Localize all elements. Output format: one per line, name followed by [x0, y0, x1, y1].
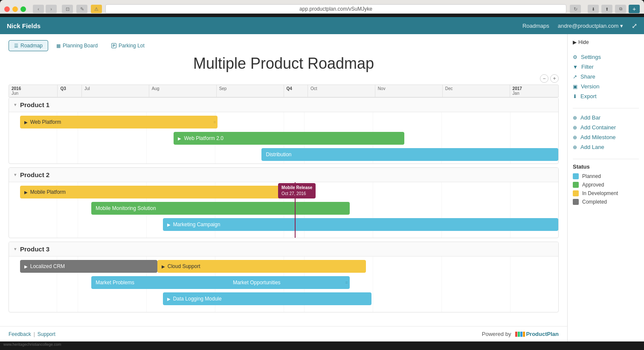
add-lane-icon: ⊕: [573, 144, 577, 150]
brand-logo-text: ProductPlan: [526, 331, 559, 337]
bar-label: Localized CRM: [30, 263, 65, 269]
add-container-button[interactable]: ⊕ Add Container: [573, 122, 639, 132]
product-3-collapse[interactable]: ▾: [14, 246, 17, 252]
bar-localized-crm[interactable]: ▶ Localized CRM: [20, 260, 157, 273]
alert-button[interactable]: ⚠: [91, 5, 102, 13]
tab-planning-board[interactable]: ▦ Planning Board: [51, 40, 103, 51]
support-link[interactable]: Support: [38, 331, 55, 337]
filter-icon: ▼: [573, 64, 578, 70]
bar-market-opportunities[interactable]: Market Opportunities =: [229, 276, 349, 289]
nav-buttons: ‹ ›: [33, 5, 57, 13]
minimize-button[interactable]: [12, 6, 18, 12]
add-milestone-button[interactable]: ⊕ Add Milestone: [573, 132, 639, 142]
bar-label: Web Platform 2.0: [184, 135, 223, 141]
download-button[interactable]: ⬇: [588, 5, 599, 13]
bar-marketing-campaign[interactable]: ▶ Marketing Campaign: [163, 218, 558, 231]
product-3-container: ▾ Product 3: [9, 242, 559, 312]
content-area: ☰ Roadmap ▦ Planning Board P Parking Lot…: [0, 34, 567, 341]
sidebar-settings[interactable]: ⚙ Settings: [573, 52, 639, 62]
add-bar-label: Add Bar: [580, 114, 600, 121]
share-icon: ↗: [573, 74, 577, 80]
zoom-out-button[interactable]: −: [540, 74, 548, 83]
brand-name: Nick Fields: [7, 22, 41, 29]
status-planned: Planned: [573, 173, 639, 179]
expand-icon: ▶: [162, 264, 165, 269]
sidebar-export[interactable]: ⬇ Export: [573, 91, 639, 101]
add-milestone-label: Add Milestone: [580, 134, 615, 140]
bar-distribution[interactable]: Distribution: [261, 148, 558, 161]
back-button[interactable]: ‹: [33, 5, 44, 13]
tab-roadmap[interactable]: ☰ Roadmap: [9, 40, 48, 51]
bar-web-platform-2[interactable]: ▶ Web Platform 2.0: [174, 132, 404, 145]
add-lane-button[interactable]: ⊕ Add Lane: [573, 142, 639, 152]
product-3-gantt: ▶ Localized CRM ▶ Cloud Support Market P…: [9, 257, 558, 312]
approved-label: Approved: [582, 182, 604, 188]
export-icon: ⬇: [573, 93, 577, 99]
product-3-header: ▾ Product 3: [9, 242, 558, 257]
resize-handle[interactable]: =: [345, 280, 348, 285]
add-bar-icon: ⊕: [573, 115, 577, 121]
milestone-mobile-release: Mobile Release Oct 27, 2016: [278, 183, 316, 198]
close-button[interactable]: [4, 6, 10, 12]
milestone-label: Mobile Release: [281, 185, 312, 191]
product-1-container: ▾ Product 1: [9, 97, 559, 164]
footer-brand: Powered by ProductPlan: [482, 331, 559, 337]
share-button[interactable]: ⬆: [601, 5, 612, 13]
version-label: Version: [581, 83, 599, 90]
product-2-container: ▾ Product 2: [9, 167, 559, 238]
status-approved: Approved: [573, 182, 639, 188]
bar-label: Market Problems: [96, 280, 134, 286]
bar-cloud-support[interactable]: ▶ Cloud Support: [157, 260, 366, 273]
top-nav: Nick Fields Roadmaps andre@productplan.c…: [0, 17, 644, 34]
tab-button[interactable]: ✎: [76, 5, 87, 13]
user-menu[interactable]: andre@productplan.com ▾: [558, 23, 623, 29]
bar-label: Data Logging Module: [173, 296, 222, 302]
main-layout: ☰ Roadmap ▦ Planning Board P Parking Lot…: [0, 34, 644, 341]
timeline-ruler: 2016 Jun Q3 Jul Aug Sep: [9, 85, 559, 97]
bar-mobile-monitoring[interactable]: Mobile Monitoring Solution: [91, 202, 349, 215]
roadmaps-link[interactable]: Roadmaps: [522, 23, 549, 29]
add-bar-button[interactable]: ⊕ Add Bar: [573, 113, 639, 122]
product-2-gantt: Mobile Release Oct 27, 2016 ▶ Mobile Pla…: [9, 182, 558, 238]
bar-label: Web Platform: [30, 119, 61, 125]
bar-data-logging[interactable]: ▶ Data Logging Module: [163, 292, 371, 305]
indev-dot: [573, 190, 579, 196]
timeline-controls: − +: [0, 74, 567, 83]
product-2-collapse[interactable]: ▾: [14, 172, 17, 178]
timeline-header: 2016 Jun Q3 Jul Aug Sep: [0, 85, 567, 97]
expand-icon: ▶: [167, 297, 171, 301]
bar-label: Marketing Campaign: [173, 222, 220, 228]
new-tab-button[interactable]: +: [629, 5, 640, 13]
resize-handle[interactable]: =: [214, 120, 216, 125]
sidebar-filter[interactable]: ▼ Filter: [573, 62, 639, 72]
product-1-gantt: ▶ Web Platform = ▶ Web Platform 2.0 Dist…: [9, 112, 558, 163]
traffic-lights: [4, 6, 26, 12]
feedback-link[interactable]: Feedback: [9, 331, 31, 337]
tab-parking-lot[interactable]: P Parking Lot: [106, 40, 150, 51]
bar-market-problems[interactable]: Market Problems =: [91, 276, 234, 289]
planned-dot: [573, 173, 579, 179]
hide-button[interactable]: ▶ Hide: [573, 39, 639, 45]
refresh-button[interactable]: ↻: [570, 5, 581, 13]
export-label: Export: [580, 93, 597, 99]
bar-web-platform[interactable]: ▶ Web Platform =: [20, 116, 218, 128]
approved-dot: [573, 182, 579, 188]
sidebar-version[interactable]: ▣ Version: [573, 82, 639, 91]
window-button[interactable]: ⊡: [62, 5, 73, 13]
sidebar-share[interactable]: ↗ Share: [573, 72, 639, 82]
maximize-button[interactable]: [20, 6, 26, 12]
product-1-collapse[interactable]: ▾: [14, 102, 17, 108]
zoom-in-button[interactable]: +: [550, 74, 559, 83]
forward-button[interactable]: ›: [46, 5, 57, 13]
roadmap-title: Multiple Product Roadmap: [0, 55, 567, 73]
settings-icon: ⚙: [573, 54, 577, 60]
address-bar[interactable]: app.productplan.com/vSuMJyke: [105, 4, 566, 14]
expand-icon: ▶: [178, 136, 181, 141]
expand-button[interactable]: ⤢: [632, 22, 637, 30]
expand-icon: ▶: [24, 120, 28, 125]
bar-label: Distribution: [266, 152, 291, 158]
sidebar-add-section: ⊕ Add Bar ⊕ Add Container ⊕ Add Mileston…: [573, 113, 639, 152]
tabs-button[interactable]: ⧉: [615, 5, 626, 13]
roadmap-title-area: Multiple Product Roadmap: [0, 51, 567, 74]
bar-mobile-platform[interactable]: ▶ Mobile Platform: [20, 186, 295, 198]
